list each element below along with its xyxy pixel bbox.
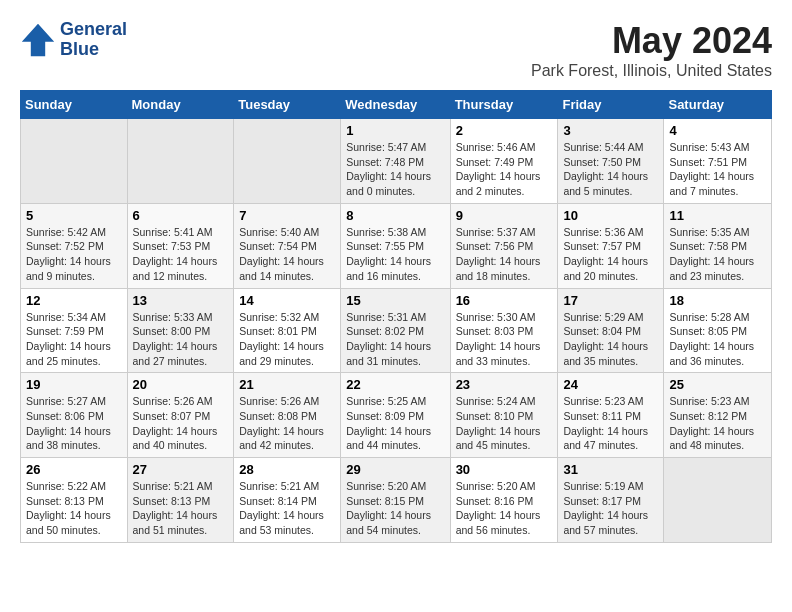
day-number: 5 [26,208,122,223]
calendar-cell: 14Sunrise: 5:32 AM Sunset: 8:01 PM Dayli… [234,288,341,373]
day-number: 4 [669,123,766,138]
svg-marker-0 [22,24,54,56]
day-header-thursday: Thursday [450,91,558,119]
day-number: 29 [346,462,444,477]
day-info: Sunrise: 5:40 AM Sunset: 7:54 PM Dayligh… [239,225,335,284]
calendar-table: SundayMondayTuesdayWednesdayThursdayFrid… [20,90,772,543]
day-info: Sunrise: 5:25 AM Sunset: 8:09 PM Dayligh… [346,394,444,453]
calendar-week-row: 12Sunrise: 5:34 AM Sunset: 7:59 PM Dayli… [21,288,772,373]
day-number: 23 [456,377,553,392]
day-number: 12 [26,293,122,308]
calendar-cell: 2Sunrise: 5:46 AM Sunset: 7:49 PM Daylig… [450,119,558,204]
day-info: Sunrise: 5:24 AM Sunset: 8:10 PM Dayligh… [456,394,553,453]
calendar-title: May 2024 [531,20,772,62]
page-header: General Blue May 2024 Park Forest, Illin… [20,20,772,80]
day-number: 17 [563,293,658,308]
day-number: 14 [239,293,335,308]
day-number: 25 [669,377,766,392]
calendar-cell: 6Sunrise: 5:41 AM Sunset: 7:53 PM Daylig… [127,203,234,288]
calendar-week-row: 1Sunrise: 5:47 AM Sunset: 7:48 PM Daylig… [21,119,772,204]
day-number: 21 [239,377,335,392]
day-info: Sunrise: 5:41 AM Sunset: 7:53 PM Dayligh… [133,225,229,284]
day-number: 24 [563,377,658,392]
calendar-cell [21,119,128,204]
day-number: 22 [346,377,444,392]
calendar-cell: 10Sunrise: 5:36 AM Sunset: 7:57 PM Dayli… [558,203,664,288]
day-header-tuesday: Tuesday [234,91,341,119]
logo-text: General Blue [60,20,127,60]
calendar-cell: 17Sunrise: 5:29 AM Sunset: 8:04 PM Dayli… [558,288,664,373]
calendar-cell: 29Sunrise: 5:20 AM Sunset: 8:15 PM Dayli… [341,458,450,543]
day-number: 18 [669,293,766,308]
logo-line1: General [60,20,127,40]
logo-line2: Blue [60,40,127,60]
day-info: Sunrise: 5:33 AM Sunset: 8:00 PM Dayligh… [133,310,229,369]
day-info: Sunrise: 5:22 AM Sunset: 8:13 PM Dayligh… [26,479,122,538]
day-info: Sunrise: 5:32 AM Sunset: 8:01 PM Dayligh… [239,310,335,369]
day-info: Sunrise: 5:21 AM Sunset: 8:14 PM Dayligh… [239,479,335,538]
day-number: 10 [563,208,658,223]
day-number: 6 [133,208,229,223]
calendar-cell: 18Sunrise: 5:28 AM Sunset: 8:05 PM Dayli… [664,288,772,373]
day-info: Sunrise: 5:30 AM Sunset: 8:03 PM Dayligh… [456,310,553,369]
day-info: Sunrise: 5:43 AM Sunset: 7:51 PM Dayligh… [669,140,766,199]
day-number: 7 [239,208,335,223]
calendar-subtitle: Park Forest, Illinois, United States [531,62,772,80]
day-number: 9 [456,208,553,223]
calendar-cell [664,458,772,543]
day-header-monday: Monday [127,91,234,119]
day-info: Sunrise: 5:26 AM Sunset: 8:07 PM Dayligh… [133,394,229,453]
days-header-row: SundayMondayTuesdayWednesdayThursdayFrid… [21,91,772,119]
day-number: 2 [456,123,553,138]
day-number: 11 [669,208,766,223]
day-info: Sunrise: 5:28 AM Sunset: 8:05 PM Dayligh… [669,310,766,369]
calendar-cell: 11Sunrise: 5:35 AM Sunset: 7:58 PM Dayli… [664,203,772,288]
calendar-week-row: 26Sunrise: 5:22 AM Sunset: 8:13 PM Dayli… [21,458,772,543]
calendar-cell: 31Sunrise: 5:19 AM Sunset: 8:17 PM Dayli… [558,458,664,543]
day-info: Sunrise: 5:37 AM Sunset: 7:56 PM Dayligh… [456,225,553,284]
calendar-cell: 4Sunrise: 5:43 AM Sunset: 7:51 PM Daylig… [664,119,772,204]
day-number: 3 [563,123,658,138]
day-number: 8 [346,208,444,223]
day-info: Sunrise: 5:19 AM Sunset: 8:17 PM Dayligh… [563,479,658,538]
calendar-cell: 5Sunrise: 5:42 AM Sunset: 7:52 PM Daylig… [21,203,128,288]
day-info: Sunrise: 5:23 AM Sunset: 8:11 PM Dayligh… [563,394,658,453]
calendar-cell: 24Sunrise: 5:23 AM Sunset: 8:11 PM Dayli… [558,373,664,458]
calendar-cell: 20Sunrise: 5:26 AM Sunset: 8:07 PM Dayli… [127,373,234,458]
calendar-cell: 19Sunrise: 5:27 AM Sunset: 8:06 PM Dayli… [21,373,128,458]
day-info: Sunrise: 5:26 AM Sunset: 8:08 PM Dayligh… [239,394,335,453]
calendar-cell: 8Sunrise: 5:38 AM Sunset: 7:55 PM Daylig… [341,203,450,288]
day-info: Sunrise: 5:36 AM Sunset: 7:57 PM Dayligh… [563,225,658,284]
day-number: 1 [346,123,444,138]
calendar-cell: 12Sunrise: 5:34 AM Sunset: 7:59 PM Dayli… [21,288,128,373]
day-info: Sunrise: 5:47 AM Sunset: 7:48 PM Dayligh… [346,140,444,199]
day-info: Sunrise: 5:38 AM Sunset: 7:55 PM Dayligh… [346,225,444,284]
day-number: 19 [26,377,122,392]
day-info: Sunrise: 5:20 AM Sunset: 8:15 PM Dayligh… [346,479,444,538]
day-number: 16 [456,293,553,308]
day-number: 28 [239,462,335,477]
day-number: 30 [456,462,553,477]
calendar-cell: 27Sunrise: 5:21 AM Sunset: 8:13 PM Dayli… [127,458,234,543]
calendar-cell: 3Sunrise: 5:44 AM Sunset: 7:50 PM Daylig… [558,119,664,204]
calendar-cell: 25Sunrise: 5:23 AM Sunset: 8:12 PM Dayli… [664,373,772,458]
day-info: Sunrise: 5:20 AM Sunset: 8:16 PM Dayligh… [456,479,553,538]
calendar-cell: 13Sunrise: 5:33 AM Sunset: 8:00 PM Dayli… [127,288,234,373]
day-header-saturday: Saturday [664,91,772,119]
day-number: 15 [346,293,444,308]
day-header-friday: Friday [558,91,664,119]
calendar-cell: 26Sunrise: 5:22 AM Sunset: 8:13 PM Dayli… [21,458,128,543]
day-info: Sunrise: 5:44 AM Sunset: 7:50 PM Dayligh… [563,140,658,199]
day-number: 26 [26,462,122,477]
logo-icon [20,22,56,58]
calendar-cell [127,119,234,204]
day-info: Sunrise: 5:27 AM Sunset: 8:06 PM Dayligh… [26,394,122,453]
day-info: Sunrise: 5:29 AM Sunset: 8:04 PM Dayligh… [563,310,658,369]
day-info: Sunrise: 5:31 AM Sunset: 8:02 PM Dayligh… [346,310,444,369]
day-number: 20 [133,377,229,392]
calendar-week-row: 5Sunrise: 5:42 AM Sunset: 7:52 PM Daylig… [21,203,772,288]
day-info: Sunrise: 5:42 AM Sunset: 7:52 PM Dayligh… [26,225,122,284]
day-number: 31 [563,462,658,477]
calendar-cell: 23Sunrise: 5:24 AM Sunset: 8:10 PM Dayli… [450,373,558,458]
day-info: Sunrise: 5:21 AM Sunset: 8:13 PM Dayligh… [133,479,229,538]
